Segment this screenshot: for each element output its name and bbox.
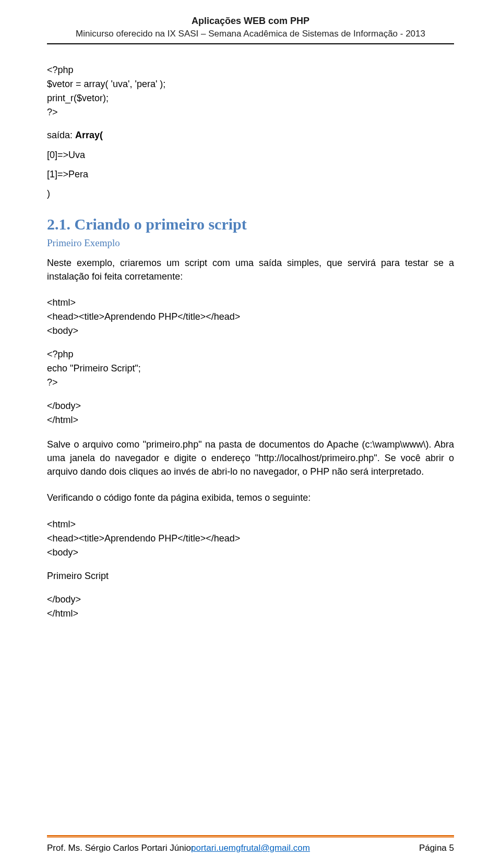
code-line: print_r($vetor); [47,91,454,105]
output-line: [0]=>Uva [47,148,454,162]
footer-rule-outer [47,835,454,837]
code-line: </html> [47,413,454,427]
code-block-output-html: <html> <head><title>Aprendendo PHP</titl… [47,517,454,621]
code-blank-line [47,338,454,347]
code-line: ?> [47,376,454,390]
code-line: <body> [47,546,454,560]
document-header: Aplicações WEB com PHP Minicurso ofereci… [47,16,454,44]
code-line: </body> [47,399,454,413]
code-line: <?php [47,63,454,77]
footer-email-link[interactable]: portari.uemgfrutal@gmail.com [191,843,310,853]
output-label: saída: Array( [47,130,454,141]
output-label-prefix: saída: [47,130,75,140]
code-line: </html> [47,607,454,621]
code-line: <body> [47,324,454,338]
code-line: <head><title>Aprendendo PHP</title></hea… [47,310,454,324]
body-paragraph: Salve o arquivo como "primeiro.php" na p… [47,438,454,478]
body-paragraph: Verificando o código fonte da página exi… [47,491,454,504]
code-line: ?> [47,105,454,119]
footer-rule-inner [47,837,454,838]
doc-subtitle: Minicurso oferecido na IX SASI – Semana … [47,29,454,39]
footer-divider [47,835,454,839]
document-page: Aplicações WEB com PHP Minicurso ofereci… [0,0,501,868]
output-line: [1]=>Pera [47,167,454,182]
code-line: <html> [47,517,454,532]
code-line: $vetor = array( 'uva', 'pera' ); [47,77,454,91]
code-line: echo "Primeiro Script"; [47,361,454,376]
section-subheading: Primeiro Exemplo [47,237,454,249]
code-line: <head><title>Aprendendo PHP</title></hea… [47,532,454,546]
code-line: <html> [47,296,454,310]
code-blank-line [47,390,454,399]
code-line: <?php [47,347,454,361]
doc-title: Aplicações WEB com PHP [47,16,454,27]
section-heading: 2.1. Criando o primeiro script [47,215,454,233]
footer-author: Prof. Ms. Sérgio Carlos Portari Júnior [47,843,194,853]
output-line: ) [47,187,454,201]
code-line: Primeiro Script [47,569,454,583]
code-block-html-php: <html> <head><title>Aprendendo PHP</titl… [47,296,454,427]
output-label-bold: Array( [75,130,103,140]
header-divider [47,43,454,44]
code-blank-line [47,560,454,569]
code-blank-line [47,583,454,593]
code-line: </body> [47,593,454,607]
footer-page-number: Página 5 [419,843,454,853]
code-block-php-array: <?php $vetor = array( 'uva', 'pera' ); p… [47,63,454,119]
section-intro: Neste exemplo, criaremos um script com u… [47,256,454,283]
page-footer: Prof. Ms. Sérgio Carlos Portari Júnior p… [47,843,454,853]
